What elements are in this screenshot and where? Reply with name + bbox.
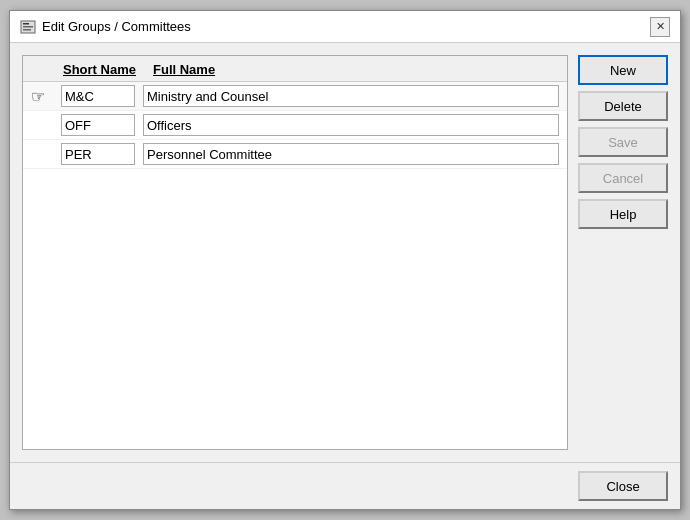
row-pointer-icon: ☞ — [31, 87, 55, 106]
table-header: Short Name Full Name — [23, 56, 567, 82]
dialog-icon — [20, 19, 36, 35]
buttons-panel: New Delete Save Cancel Help — [578, 55, 668, 450]
dialog-footer: Close — [10, 462, 680, 509]
save-button[interactable]: Save — [578, 127, 668, 157]
table-row[interactable] — [23, 140, 567, 169]
column-short-name: Short Name — [63, 62, 153, 77]
groups-table-panel: Short Name Full Name ☞ — [22, 55, 568, 450]
table-row[interactable]: ☞ — [23, 82, 567, 111]
table-row[interactable] — [23, 111, 567, 140]
short-name-input-3[interactable] — [61, 143, 135, 165]
full-name-input-3[interactable] — [143, 143, 559, 165]
table-rows-container: ☞ — [23, 82, 567, 449]
short-name-input-1[interactable] — [61, 85, 135, 107]
column-full-name: Full Name — [153, 62, 559, 77]
svg-rect-1 — [23, 23, 29, 25]
close-button[interactable]: Close — [578, 471, 668, 501]
close-x-button[interactable]: ✕ — [650, 17, 670, 37]
title-bar: Edit Groups / Committees ✕ — [10, 11, 680, 43]
full-name-input-1[interactable] — [143, 85, 559, 107]
svg-rect-3 — [23, 29, 31, 31]
full-name-input-2[interactable] — [143, 114, 559, 136]
short-name-input-2[interactable] — [61, 114, 135, 136]
edit-groups-dialog: Edit Groups / Committees ✕ Short Name Fu… — [9, 10, 681, 510]
svg-rect-2 — [23, 26, 33, 28]
cancel-button[interactable]: Cancel — [578, 163, 668, 193]
help-button[interactable]: Help — [578, 199, 668, 229]
dialog-title: Edit Groups / Committees — [42, 19, 191, 34]
dialog-body: Short Name Full Name ☞ — [10, 43, 680, 462]
delete-button[interactable]: Delete — [578, 91, 668, 121]
new-button[interactable]: New — [578, 55, 668, 85]
